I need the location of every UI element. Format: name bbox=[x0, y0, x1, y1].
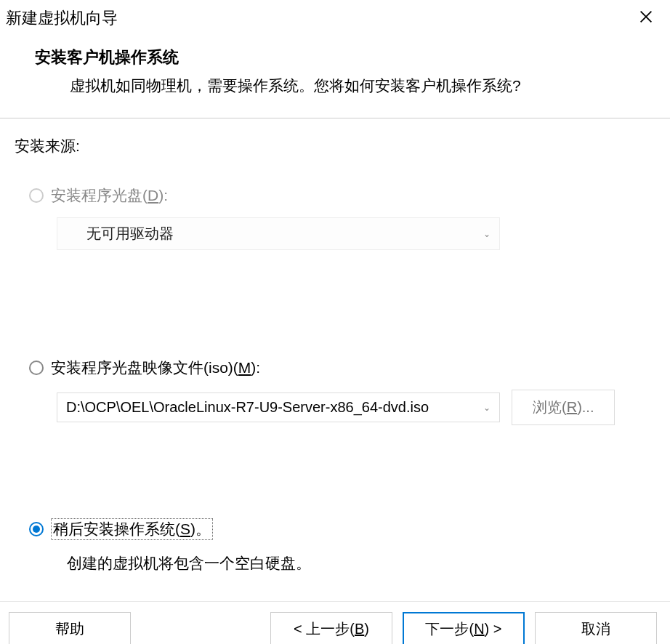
option-iso-file: 安装程序光盘映像文件(iso)(M): D:\OCP\OEL\OracleLin… bbox=[29, 358, 655, 425]
later-description: 创建的虚拟机将包含一个空白硬盘。 bbox=[29, 553, 655, 573]
wizard-header: 安装客户机操作系统 虚拟机如同物理机，需要操作系统。您将如何安装客户机操作系统? bbox=[0, 35, 670, 118]
radio-iso-label[interactable]: 安装程序光盘映像文件(iso)(M): bbox=[51, 358, 260, 378]
radio-later-label[interactable]: 稍后安装操作系统(S)。 bbox=[51, 518, 213, 540]
help-button[interactable]: 帮助 bbox=[9, 612, 131, 644]
cancel-button[interactable]: 取消 bbox=[535, 612, 657, 644]
option-install-later: 稍后安装操作系统(S)。 创建的虚拟机将包含一个空白硬盘。 bbox=[29, 518, 655, 573]
footer: 帮助 < 上一步(B) 下一步(N) > 取消 bbox=[0, 601, 670, 644]
next-button[interactable]: 下一步(N) > bbox=[403, 612, 525, 644]
option-installer-disc: 安装程序光盘(D): 无可用驱动器 ⌄ bbox=[29, 185, 655, 250]
disc-dropdown: 无可用驱动器 ⌄ bbox=[57, 217, 500, 250]
close-icon[interactable] bbox=[631, 7, 661, 29]
radio-disc bbox=[29, 188, 44, 203]
page-heading: 安装客户机操作系统 bbox=[35, 47, 635, 68]
iso-dropdown[interactable]: D:\OCP\OEL\OracleLinux-R7-U9-Server-x86_… bbox=[57, 393, 500, 422]
radio-disc-label: 安装程序光盘(D): bbox=[51, 185, 168, 206]
chevron-down-icon: ⌄ bbox=[483, 403, 491, 413]
browse-button[interactable]: 浏览(R)... bbox=[512, 390, 615, 425]
back-button[interactable]: < 上一步(B) bbox=[270, 612, 392, 644]
source-label: 安装来源: bbox=[15, 136, 655, 156]
radio-later[interactable] bbox=[29, 522, 44, 536]
page-description: 虚拟机如同物理机，需要操作系统。您将如何安装客户机操作系统? bbox=[35, 76, 635, 96]
chevron-down-icon: ⌄ bbox=[483, 229, 491, 239]
content-area: 安装来源: 安装程序光盘(D): 无可用驱动器 ⌄ bbox=[0, 118, 670, 601]
radio-iso[interactable] bbox=[29, 361, 44, 375]
disc-dropdown-value: 无可用驱动器 bbox=[66, 224, 483, 243]
title-bar: 新建虚拟机向导 bbox=[0, 0, 670, 35]
iso-dropdown-value: D:\OCP\OEL\OracleLinux-R7-U9-Server-x86_… bbox=[66, 399, 483, 416]
window-title: 新建虚拟机向导 bbox=[6, 7, 118, 29]
radio-group: 安装程序光盘(D): 无可用驱动器 ⌄ 安装程序光盘映像文件(iso)(M): bbox=[15, 185, 655, 573]
